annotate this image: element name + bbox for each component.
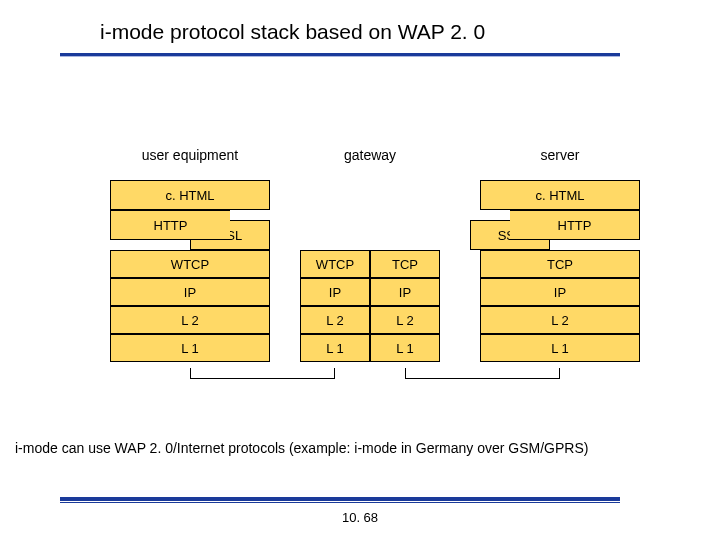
gw-left-wtcp: WTCP <box>300 250 370 278</box>
ue-l2: L 2 <box>110 306 270 334</box>
title-rule <box>60 53 620 57</box>
caption-text: i-mode can use WAP 2. 0/Internet protoco… <box>15 440 588 456</box>
label-user-equipment: user equipment <box>110 147 270 163</box>
footer-rule <box>60 497 620 503</box>
label-gateway: gateway <box>300 147 440 163</box>
gw-left-ip: IP <box>300 278 370 306</box>
srv-tcp: TCP <box>480 250 640 278</box>
ue-ip: IP <box>110 278 270 306</box>
connector-ue-gw <box>190 378 335 379</box>
gw-right-l1: L 1 <box>370 334 440 362</box>
srv-ip: IP <box>480 278 640 306</box>
srv-http: HTTP <box>510 210 640 240</box>
gw-right-l2: L 2 <box>370 306 440 334</box>
srv-l1: L 1 <box>480 334 640 362</box>
ue-wtcp: WTCP <box>110 250 270 278</box>
ue-chtml: c. HTML <box>110 180 270 210</box>
gw-left-l2: L 2 <box>300 306 370 334</box>
gw-right-ip: IP <box>370 278 440 306</box>
srv-chtml: c. HTML <box>480 180 640 210</box>
gw-left-l1: L 1 <box>300 334 370 362</box>
connector-gw-srv <box>405 378 560 379</box>
ue-http: HTTP <box>110 210 230 240</box>
slide-number: 10. 68 <box>0 510 720 525</box>
label-server: server <box>480 147 640 163</box>
slide-title: i-mode protocol stack based on WAP 2. 0 <box>100 20 485 44</box>
srv-l2: L 2 <box>480 306 640 334</box>
gw-right-tcp: TCP <box>370 250 440 278</box>
ue-l1: L 1 <box>110 334 270 362</box>
